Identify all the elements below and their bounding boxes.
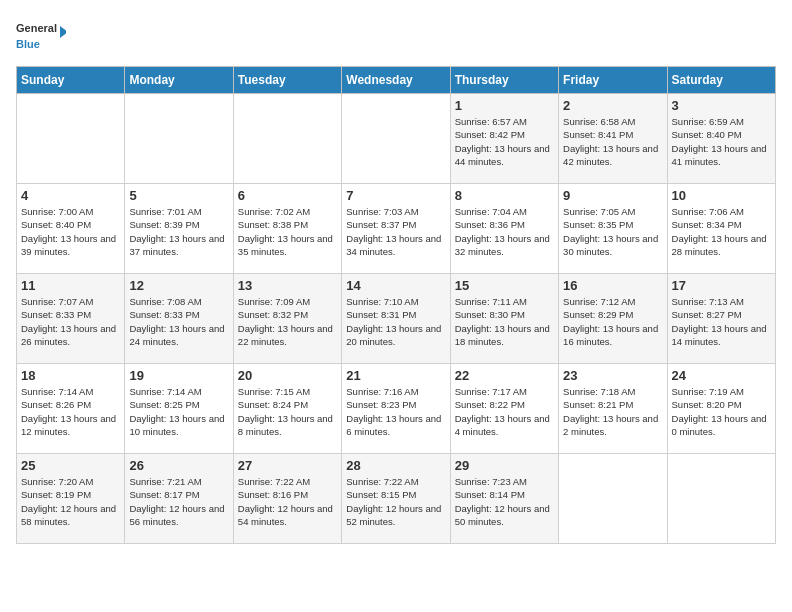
week-row-4: 18Sunrise: 7:14 AMSunset: 8:26 PMDayligh… (17, 364, 776, 454)
day-number: 19 (129, 368, 228, 383)
calendar-cell: 19Sunrise: 7:14 AMSunset: 8:25 PMDayligh… (125, 364, 233, 454)
day-number: 17 (672, 278, 771, 293)
day-detail: Sunrise: 7:14 AMSunset: 8:25 PMDaylight:… (129, 385, 228, 438)
calendar-cell: 7Sunrise: 7:03 AMSunset: 8:37 PMDaylight… (342, 184, 450, 274)
header-row: SundayMondayTuesdayWednesdayThursdayFrid… (17, 67, 776, 94)
day-detail: Sunrise: 7:01 AMSunset: 8:39 PMDaylight:… (129, 205, 228, 258)
day-detail: Sunrise: 7:15 AMSunset: 8:24 PMDaylight:… (238, 385, 337, 438)
day-detail: Sunrise: 7:12 AMSunset: 8:29 PMDaylight:… (563, 295, 662, 348)
day-detail: Sunrise: 7:21 AMSunset: 8:17 PMDaylight:… (129, 475, 228, 528)
day-detail: Sunrise: 6:58 AMSunset: 8:41 PMDaylight:… (563, 115, 662, 168)
week-row-2: 4Sunrise: 7:00 AMSunset: 8:40 PMDaylight… (17, 184, 776, 274)
day-detail: Sunrise: 7:04 AMSunset: 8:36 PMDaylight:… (455, 205, 554, 258)
day-number: 13 (238, 278, 337, 293)
calendar-cell (559, 454, 667, 544)
header-day-saturday: Saturday (667, 67, 775, 94)
calendar-cell: 6Sunrise: 7:02 AMSunset: 8:38 PMDaylight… (233, 184, 341, 274)
calendar-cell: 15Sunrise: 7:11 AMSunset: 8:30 PMDayligh… (450, 274, 558, 364)
day-number: 23 (563, 368, 662, 383)
calendar-cell: 14Sunrise: 7:10 AMSunset: 8:31 PMDayligh… (342, 274, 450, 364)
day-detail: Sunrise: 6:57 AMSunset: 8:42 PMDaylight:… (455, 115, 554, 168)
calendar-cell (233, 94, 341, 184)
calendar-cell (17, 94, 125, 184)
calendar-cell: 2Sunrise: 6:58 AMSunset: 8:41 PMDaylight… (559, 94, 667, 184)
day-number: 12 (129, 278, 228, 293)
day-number: 22 (455, 368, 554, 383)
calendar-cell (125, 94, 233, 184)
calendar-cell: 24Sunrise: 7:19 AMSunset: 8:20 PMDayligh… (667, 364, 775, 454)
day-detail: Sunrise: 7:22 AMSunset: 8:15 PMDaylight:… (346, 475, 445, 528)
calendar-cell: 1Sunrise: 6:57 AMSunset: 8:42 PMDaylight… (450, 94, 558, 184)
header-day-monday: Monday (125, 67, 233, 94)
day-number: 16 (563, 278, 662, 293)
calendar-cell: 9Sunrise: 7:05 AMSunset: 8:35 PMDaylight… (559, 184, 667, 274)
day-detail: Sunrise: 7:02 AMSunset: 8:38 PMDaylight:… (238, 205, 337, 258)
page-header: General Blue (16, 16, 776, 56)
day-detail: Sunrise: 7:00 AMSunset: 8:40 PMDaylight:… (21, 205, 120, 258)
day-number: 6 (238, 188, 337, 203)
day-number: 9 (563, 188, 662, 203)
day-number: 20 (238, 368, 337, 383)
day-detail: Sunrise: 7:16 AMSunset: 8:23 PMDaylight:… (346, 385, 445, 438)
day-number: 11 (21, 278, 120, 293)
day-detail: Sunrise: 7:18 AMSunset: 8:21 PMDaylight:… (563, 385, 662, 438)
day-number: 28 (346, 458, 445, 473)
day-detail: Sunrise: 7:05 AMSunset: 8:35 PMDaylight:… (563, 205, 662, 258)
day-detail: Sunrise: 7:13 AMSunset: 8:27 PMDaylight:… (672, 295, 771, 348)
calendar-cell: 16Sunrise: 7:12 AMSunset: 8:29 PMDayligh… (559, 274, 667, 364)
day-detail: Sunrise: 7:09 AMSunset: 8:32 PMDaylight:… (238, 295, 337, 348)
day-detail: Sunrise: 7:14 AMSunset: 8:26 PMDaylight:… (21, 385, 120, 438)
day-number: 26 (129, 458, 228, 473)
day-number: 24 (672, 368, 771, 383)
day-detail: Sunrise: 6:59 AMSunset: 8:40 PMDaylight:… (672, 115, 771, 168)
day-detail: Sunrise: 7:20 AMSunset: 8:19 PMDaylight:… (21, 475, 120, 528)
day-number: 25 (21, 458, 120, 473)
calendar-cell: 4Sunrise: 7:00 AMSunset: 8:40 PMDaylight… (17, 184, 125, 274)
calendar-cell: 22Sunrise: 7:17 AMSunset: 8:22 PMDayligh… (450, 364, 558, 454)
calendar-cell (342, 94, 450, 184)
day-detail: Sunrise: 7:19 AMSunset: 8:20 PMDaylight:… (672, 385, 771, 438)
calendar-cell: 8Sunrise: 7:04 AMSunset: 8:36 PMDaylight… (450, 184, 558, 274)
header-day-thursday: Thursday (450, 67, 558, 94)
svg-marker-1 (60, 26, 66, 38)
day-detail: Sunrise: 7:08 AMSunset: 8:33 PMDaylight:… (129, 295, 228, 348)
day-number: 1 (455, 98, 554, 113)
calendar-cell: 10Sunrise: 7:06 AMSunset: 8:34 PMDayligh… (667, 184, 775, 274)
day-detail: Sunrise: 7:22 AMSunset: 8:16 PMDaylight:… (238, 475, 337, 528)
week-row-5: 25Sunrise: 7:20 AMSunset: 8:19 PMDayligh… (17, 454, 776, 544)
calendar-cell: 20Sunrise: 7:15 AMSunset: 8:24 PMDayligh… (233, 364, 341, 454)
day-number: 5 (129, 188, 228, 203)
calendar-cell: 29Sunrise: 7:23 AMSunset: 8:14 PMDayligh… (450, 454, 558, 544)
day-detail: Sunrise: 7:17 AMSunset: 8:22 PMDaylight:… (455, 385, 554, 438)
header-day-friday: Friday (559, 67, 667, 94)
day-detail: Sunrise: 7:06 AMSunset: 8:34 PMDaylight:… (672, 205, 771, 258)
svg-text:General: General (16, 22, 57, 34)
day-number: 27 (238, 458, 337, 473)
day-number: 2 (563, 98, 662, 113)
day-detail: Sunrise: 7:10 AMSunset: 8:31 PMDaylight:… (346, 295, 445, 348)
calendar-cell: 13Sunrise: 7:09 AMSunset: 8:32 PMDayligh… (233, 274, 341, 364)
calendar-table: SundayMondayTuesdayWednesdayThursdayFrid… (16, 66, 776, 544)
calendar-cell: 12Sunrise: 7:08 AMSunset: 8:33 PMDayligh… (125, 274, 233, 364)
day-number: 18 (21, 368, 120, 383)
day-number: 10 (672, 188, 771, 203)
header-day-wednesday: Wednesday (342, 67, 450, 94)
logo: General Blue (16, 16, 66, 56)
day-number: 8 (455, 188, 554, 203)
calendar-cell: 5Sunrise: 7:01 AMSunset: 8:39 PMDaylight… (125, 184, 233, 274)
calendar-cell: 18Sunrise: 7:14 AMSunset: 8:26 PMDayligh… (17, 364, 125, 454)
day-detail: Sunrise: 7:11 AMSunset: 8:30 PMDaylight:… (455, 295, 554, 348)
calendar-cell: 21Sunrise: 7:16 AMSunset: 8:23 PMDayligh… (342, 364, 450, 454)
calendar-cell: 17Sunrise: 7:13 AMSunset: 8:27 PMDayligh… (667, 274, 775, 364)
calendar-cell (667, 454, 775, 544)
calendar-cell: 27Sunrise: 7:22 AMSunset: 8:16 PMDayligh… (233, 454, 341, 544)
calendar-cell: 28Sunrise: 7:22 AMSunset: 8:15 PMDayligh… (342, 454, 450, 544)
day-number: 7 (346, 188, 445, 203)
day-detail: Sunrise: 7:03 AMSunset: 8:37 PMDaylight:… (346, 205, 445, 258)
day-number: 14 (346, 278, 445, 293)
day-detail: Sunrise: 7:07 AMSunset: 8:33 PMDaylight:… (21, 295, 120, 348)
day-number: 15 (455, 278, 554, 293)
calendar-cell: 25Sunrise: 7:20 AMSunset: 8:19 PMDayligh… (17, 454, 125, 544)
day-number: 21 (346, 368, 445, 383)
calendar-cell: 23Sunrise: 7:18 AMSunset: 8:21 PMDayligh… (559, 364, 667, 454)
